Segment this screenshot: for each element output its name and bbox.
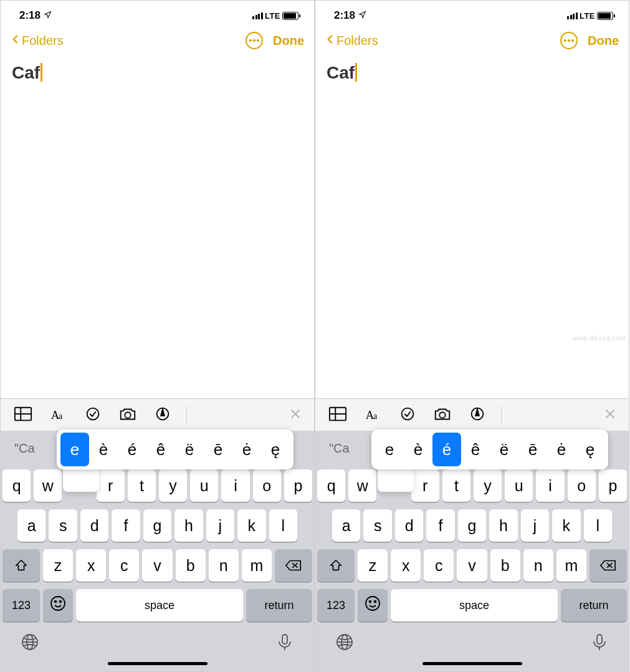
accent-option[interactable]: é [118, 433, 146, 466]
accent-option[interactable]: ę [261, 433, 290, 466]
emoji-key[interactable] [358, 589, 388, 622]
accent-option[interactable]: ē [518, 433, 547, 466]
accent-option[interactable]: ę [576, 433, 604, 466]
key-u[interactable]: u [505, 469, 533, 502]
home-indicator[interactable] [422, 662, 522, 665]
markup-button[interactable] [460, 403, 495, 428]
accent-option[interactable]: ê [461, 433, 490, 466]
table-button[interactable] [320, 403, 355, 428]
accent-option[interactable]: ê [146, 433, 175, 466]
accent-option[interactable]: ė [232, 433, 261, 466]
back-button[interactable]: Folders [11, 32, 64, 49]
key-s[interactable]: s [49, 509, 77, 542]
key-b[interactable]: b [176, 549, 206, 582]
suggestion-partial[interactable]: "Ca [315, 441, 370, 456]
dictation-key[interactable] [590, 633, 609, 654]
key-c[interactable]: c [424, 549, 454, 582]
key-b[interactable]: b [490, 549, 520, 582]
key-o[interactable]: o [568, 469, 596, 502]
key-n[interactable]: n [523, 549, 553, 582]
key-c[interactable]: c [109, 549, 139, 582]
shift-key[interactable] [2, 549, 40, 582]
key-y[interactable]: y [159, 469, 187, 502]
key-t[interactable]: t [442, 469, 470, 502]
key-h[interactable]: h [489, 509, 517, 542]
accent-option[interactable]: e [60, 433, 89, 466]
delete-key[interactable] [275, 549, 312, 582]
key-h[interactable]: h [174, 509, 203, 542]
accent-option[interactable]: e [375, 433, 404, 466]
numbers-key[interactable]: 123 [2, 589, 40, 622]
shift-key[interactable] [317, 549, 355, 582]
checklist-button[interactable] [390, 403, 425, 428]
key-v[interactable]: v [142, 549, 172, 582]
key-w[interactable]: w [348, 469, 376, 502]
checklist-button[interactable] [75, 403, 110, 428]
key-f[interactable]: f [426, 509, 454, 542]
key-j[interactable]: j [206, 509, 234, 542]
format-button[interactable]: Aa [41, 403, 75, 428]
key-q[interactable]: q [2, 469, 31, 502]
key-f[interactable]: f [112, 509, 140, 542]
key-d[interactable]: d [80, 509, 108, 542]
home-indicator[interactable] [108, 662, 208, 665]
key-p[interactable]: p [599, 469, 627, 502]
key-o[interactable]: o [253, 469, 281, 502]
accent-option[interactable]: ė [547, 433, 576, 466]
back-button[interactable]: Folders [325, 32, 378, 49]
space-key[interactable]: space [391, 589, 558, 622]
accent-option[interactable]: è [404, 433, 432, 466]
more-button[interactable] [560, 32, 578, 49]
return-key[interactable]: return [246, 589, 312, 622]
key-g[interactable]: g [143, 509, 171, 542]
key-v[interactable]: v [457, 549, 487, 582]
key-z[interactable]: z [358, 549, 388, 582]
key-k[interactable]: k [552, 509, 580, 542]
space-key[interactable]: space [76, 589, 243, 622]
key-m[interactable]: m [556, 549, 586, 582]
key-j[interactable]: j [521, 509, 549, 542]
done-button[interactable]: Done [588, 34, 619, 48]
markup-button[interactable] [145, 403, 180, 428]
key-w[interactable]: w [34, 469, 62, 502]
key-y[interactable]: y [474, 469, 502, 502]
key-a[interactable]: a [332, 509, 360, 542]
key-g[interactable]: g [458, 509, 486, 542]
return-key[interactable]: return [561, 589, 627, 622]
key-k[interactable]: k [237, 509, 265, 542]
key-i[interactable]: i [221, 469, 249, 502]
key-n[interactable]: n [209, 549, 239, 582]
note-editor[interactable]: Caf [315, 55, 629, 398]
accent-option[interactable]: é [432, 433, 461, 466]
key-r[interactable]: r [97, 469, 125, 502]
toolbar-close-button[interactable] [282, 408, 309, 423]
format-button[interactable]: Aa [355, 403, 390, 428]
key-d[interactable]: d [395, 509, 423, 542]
delete-key[interactable] [589, 549, 627, 582]
key-q[interactable]: q [317, 469, 345, 502]
key-x[interactable]: x [76, 549, 106, 582]
globe-key[interactable] [21, 633, 39, 654]
globe-key[interactable] [335, 633, 354, 654]
camera-button[interactable] [110, 403, 145, 428]
accent-option[interactable]: è [89, 433, 118, 466]
key-x[interactable]: x [391, 549, 421, 582]
accent-option[interactable]: ë [175, 433, 204, 466]
key-a[interactable]: a [17, 509, 45, 542]
key-m[interactable]: m [242, 549, 272, 582]
key-i[interactable]: i [536, 469, 564, 502]
table-button[interactable] [6, 403, 41, 428]
key-s[interactable]: s [363, 509, 391, 542]
key-u[interactable]: u [190, 469, 218, 502]
accent-option[interactable]: ë [490, 433, 518, 466]
key-l[interactable]: l [584, 509, 612, 542]
key-t[interactable]: t [128, 469, 156, 502]
suggestion-partial[interactable]: "Ca [1, 441, 55, 456]
emoji-key[interactable] [43, 589, 73, 622]
note-editor[interactable]: Caf [1, 55, 314, 398]
done-button[interactable]: Done [273, 34, 304, 48]
accent-option[interactable]: ē [204, 433, 232, 466]
toolbar-close-button[interactable] [596, 408, 624, 423]
key-r[interactable]: r [411, 469, 439, 502]
more-button[interactable] [246, 32, 263, 49]
